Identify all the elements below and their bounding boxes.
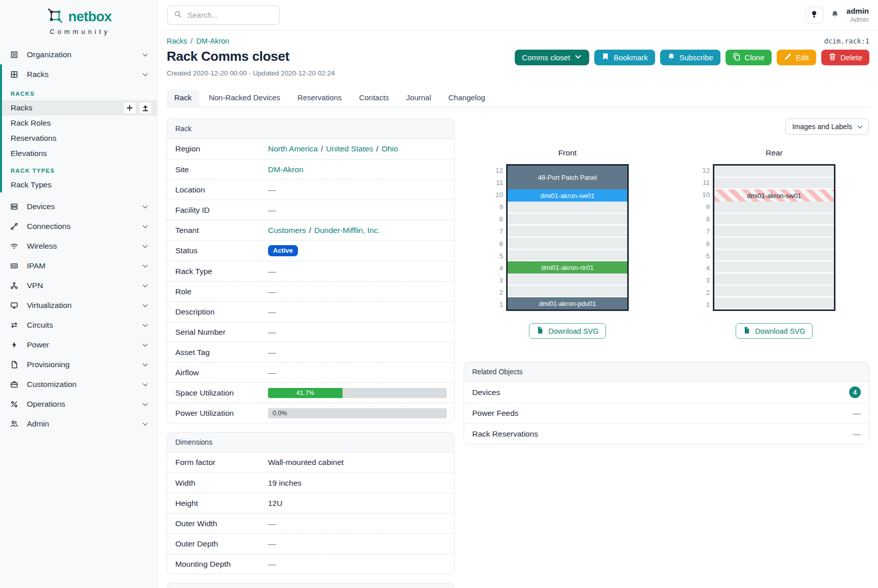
rack-device[interactable]: 48-Port Patch Panel xyxy=(508,166,627,189)
topbar: admin Admin xyxy=(158,0,878,30)
sidebar-item-organization[interactable]: Organization xyxy=(0,45,157,64)
chevron-down-icon xyxy=(143,243,148,248)
empty-slot xyxy=(714,250,834,262)
delete-button[interactable]: Delete xyxy=(821,50,869,65)
rack-device[interactable]: dmi01-akron-sw01 xyxy=(508,189,627,202)
info-row: Outer Depth— xyxy=(167,533,454,554)
chevron-down-icon xyxy=(143,223,148,228)
sidebar-item-label: Operations xyxy=(27,400,65,409)
edit-button[interactable]: Edit xyxy=(777,50,816,65)
download-svg-button[interactable]: Download SVG xyxy=(529,323,605,339)
search-box[interactable] xyxy=(167,6,280,25)
unit-number: 3 xyxy=(488,275,503,287)
bookmark-button[interactable]: Bookmark xyxy=(594,50,655,65)
rack-device[interactable]: dmi01-akron-rtr01 xyxy=(508,261,627,273)
sidebar-item-admin[interactable]: Admin xyxy=(0,414,157,434)
sidebar-item-circuits[interactable]: Circuits xyxy=(0,315,157,335)
empty-slot xyxy=(508,214,627,226)
sidebar-item-devices[interactable]: Devices xyxy=(0,197,157,216)
value-separator: / xyxy=(309,226,311,235)
sidebar-item-wireless[interactable]: Wireless xyxy=(0,236,157,256)
search-input[interactable] xyxy=(186,10,266,20)
rack-row: 12111098765432148-Port Patch Paneldmi01-… xyxy=(488,164,629,311)
tab-rack[interactable]: Rack xyxy=(167,89,199,107)
chevron-down-icon xyxy=(143,420,148,425)
chevron-down-icon xyxy=(143,262,148,267)
clone-button[interactable]: Clone xyxy=(726,50,772,65)
sidebar-subitem-rack-roles[interactable]: Rack Roles xyxy=(2,115,157,131)
info-label: Asset Tag xyxy=(175,348,268,357)
button-label: Clone xyxy=(745,53,765,62)
sidebar-item-provisioning[interactable]: Provisioning xyxy=(0,355,157,374)
value-link[interactable]: Dunder-Mifflin, Inc. xyxy=(314,226,380,235)
value-link[interactable]: United States xyxy=(326,144,373,153)
nav-gap xyxy=(0,192,157,197)
value-link[interactable]: Customers xyxy=(268,226,306,235)
value-separator: / xyxy=(321,144,323,153)
import-button[interactable] xyxy=(139,102,152,114)
sidebar-item-power[interactable]: Power xyxy=(0,335,157,355)
value-link[interactable]: Ohio xyxy=(381,144,398,153)
tab-journal[interactable]: Journal xyxy=(399,89,439,107)
add-button[interactable] xyxy=(123,102,136,114)
right-column: Images and Labels Front12111098765432148… xyxy=(464,119,869,473)
sidebar-subitem-reservations[interactable]: Reservations xyxy=(2,131,157,146)
sidebar-nav: OrganizationRacksRACKSRacksRack RolesRes… xyxy=(0,45,157,434)
info-value: — xyxy=(268,206,276,215)
user-menu[interactable]: admin Admin xyxy=(847,7,869,23)
breadcrumb-link[interactable]: Racks xyxy=(167,37,187,45)
devices-icon xyxy=(10,203,20,211)
user-role: Admin xyxy=(847,16,869,23)
file-icon xyxy=(743,326,751,336)
sidebar-item-vpn[interactable]: VPN xyxy=(0,276,157,295)
related-row[interactable]: Rack Reservations— xyxy=(464,423,869,444)
sidebar-item-virtualization[interactable]: Virtualization xyxy=(0,295,157,315)
theme-toggle-button[interactable] xyxy=(806,7,823,24)
rack-row: 121110987654321dmi01-akron-sw01 xyxy=(695,164,835,311)
sidebar-item-connections[interactable]: Connections xyxy=(0,216,157,236)
sidebar-item-customization[interactable]: Customization xyxy=(0,374,157,394)
sidebar-item-label: Provisioning xyxy=(27,360,69,369)
sidebar-item-operations[interactable]: Operations xyxy=(0,394,157,414)
notifications-button[interactable] xyxy=(831,10,839,20)
related-row[interactable]: Power Feeds— xyxy=(464,403,869,423)
lightbulb-icon xyxy=(810,10,818,20)
bell-icon xyxy=(667,53,675,62)
sidebar-item-ipam[interactable]: IPAM xyxy=(0,256,157,276)
download-svg-button[interactable]: Download SVG xyxy=(736,323,812,339)
info-label: Description xyxy=(175,307,268,317)
value-text: 12U xyxy=(268,499,282,508)
subscribe-button[interactable]: Subscribe xyxy=(660,50,720,65)
sidebar-subitem-rack-types[interactable]: Rack Types xyxy=(2,177,157,192)
rack-device[interactable]: dmi01-akron-sw01 xyxy=(714,189,834,202)
comms-closet-dropdown[interactable]: Comms closet xyxy=(515,50,589,65)
download-wrap: Download SVG xyxy=(488,323,629,339)
sidebar-item-label: Customization xyxy=(27,380,77,389)
brand[interactable]: netbox Community xyxy=(0,0,157,35)
sidebar-section-title: RACKS xyxy=(2,84,157,100)
unit-number: 9 xyxy=(695,201,710,213)
related-row[interactable]: Devices4 xyxy=(464,382,869,403)
button-label: Delete xyxy=(841,53,862,62)
breadcrumb-link[interactable]: DM-Akron xyxy=(196,37,229,45)
info-label: Serial Number xyxy=(175,328,268,337)
empty-slot xyxy=(508,238,627,250)
progress-bar: 0.0% xyxy=(268,408,447,418)
tab-reservations[interactable]: Reservations xyxy=(290,89,350,107)
rack-device[interactable]: dmi01-akron-pdu01 xyxy=(508,297,627,309)
value-link[interactable]: DM-Akron xyxy=(268,165,303,174)
tab-non-racked-devices[interactable]: Non-Racked Devices xyxy=(201,89,288,107)
download-label: Download SVG xyxy=(755,327,805,335)
info-value: 12U xyxy=(268,499,282,508)
count-badge: 4 xyxy=(849,386,861,398)
tab-changelog[interactable]: Changelog xyxy=(441,89,493,107)
sidebar-subitem-elevations[interactable]: Elevations xyxy=(2,146,157,161)
empty-value: — xyxy=(268,539,276,548)
images-and-labels-dropdown[interactable]: Images and Labels xyxy=(785,119,869,135)
info-label: Mounting Depth xyxy=(175,560,268,569)
tab-contacts[interactable]: Contacts xyxy=(352,89,397,107)
value-link[interactable]: North America xyxy=(268,144,318,153)
sidebar-subitem-racks[interactable]: Racks xyxy=(2,100,157,115)
info-row: Asset Tag— xyxy=(167,342,454,362)
sidebar-item-racks[interactable]: Racks xyxy=(2,64,157,84)
